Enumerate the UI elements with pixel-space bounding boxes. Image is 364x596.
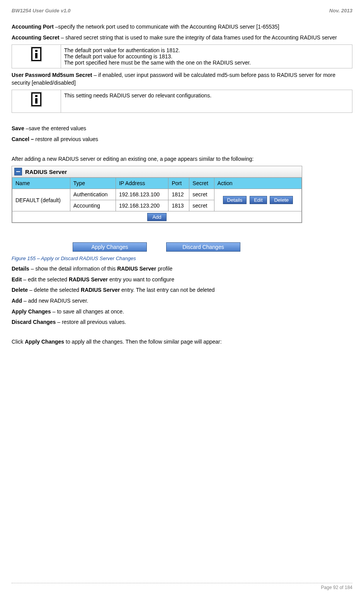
def-edit-bold2: RADIUS Server (69, 276, 108, 283)
closing-pre: Click (12, 339, 25, 345)
cancel-text: restore all previous values (34, 136, 99, 142)
figure-caption: Figure 155 – Apply or Discard RADIUS Ser… (12, 255, 352, 261)
note-icon-cell (12, 90, 61, 113)
radius-grid-header-row: Name Type IP Address Port Secret Action (12, 178, 302, 189)
col-secret: Secret (189, 178, 214, 189)
cell-secret: secret (189, 200, 214, 211)
cell-name: DEFAULT (default) (12, 189, 70, 211)
discard-changes-button[interactable]: Discard Changes (166, 242, 240, 252)
def-add-label: Add (12, 298, 22, 304)
delete-button[interactable]: Delete (270, 196, 293, 204)
accounting-secret-label: Accounting Secret (12, 34, 60, 41)
after-adding-text: After adding a new RADIUS server or edit… (12, 155, 352, 163)
radius-server-panel: RADIUS Server Name Type IP Address Port … (12, 166, 302, 223)
def-edit: Edit – edit the selected RADIUS Server e… (12, 276, 352, 284)
cell-ip: 192.168.123.100 (116, 189, 168, 200)
cell-ip: 192.168.123.200 (116, 200, 168, 211)
save-para: Save –save the entered values (12, 125, 352, 133)
col-type: Type (70, 178, 116, 189)
note1-line3: The port specified here must be the same… (64, 60, 349, 66)
def-details-text: – show the detail information of this (29, 266, 117, 272)
accounting-port-text: –specify the network port used to commun… (54, 24, 279, 30)
cell-type: Authentication (70, 189, 116, 200)
def-add-text: – add new RADIUS server. (22, 298, 88, 304)
radius-panel-header: RADIUS Server (12, 166, 302, 177)
footer-divider (12, 583, 352, 583)
def-apply-label: Apply Changes (12, 308, 51, 315)
info-icon (31, 92, 41, 106)
table-row: DEFAULT (default) Authentication 192.168… (12, 189, 302, 200)
add-cell: Add (12, 211, 302, 223)
note1-line2: The default port value for accounting is… (64, 53, 349, 60)
def-details-bold2: RADIUS Server (117, 266, 156, 272)
info-icon (31, 47, 41, 61)
apply-discard-row: Apply Changes Discard Changes (12, 242, 301, 252)
cell-type: Accounting (70, 200, 116, 211)
def-delete-bold2: RADIUS Server (81, 287, 120, 293)
def-discard-text: – restore all previous values. (56, 319, 126, 325)
details-button[interactable]: Details (223, 196, 247, 204)
note2-line1: This setting needs RADIUS server do rele… (64, 92, 349, 99)
def-delete-label: Delete (12, 287, 28, 293)
closing-para: Click Apply Changes to apply all the cha… (12, 338, 352, 346)
def-apply: Apply Changes – to save all changes at o… (12, 308, 352, 316)
def-edit-text2: entry you want to configure (108, 276, 174, 283)
def-discard-label: Discard Changes (12, 319, 56, 325)
def-delete-text2: entry. The last entry can not be deleted (120, 287, 214, 293)
col-action: Action (214, 178, 301, 189)
note-text-cell: The default port value for authenticatio… (61, 45, 352, 68)
radius-grid: Name Type IP Address Port Secret Action … (12, 177, 302, 223)
def-discard: Discard Changes – restore all previous v… (12, 318, 352, 326)
header-left: BW1254 User Guide v1.0 (12, 8, 70, 14)
page-header: BW1254 User Guide v1.0 Nov. 2013 (12, 8, 352, 14)
cancel-label: Cancel – (12, 136, 34, 142)
def-edit-label: Edit (12, 276, 22, 283)
save-label: Save (12, 125, 24, 131)
accounting-port-para: Accounting Port –specify the network por… (12, 23, 352, 31)
cell-port: 1812 (168, 189, 189, 200)
note-table-md5: This setting needs RADIUS server do rele… (12, 90, 352, 113)
def-details-text2: profile (156, 266, 172, 272)
add-button[interactable]: Add (147, 213, 166, 221)
closing-bold: Apply Changes (25, 339, 64, 345)
accounting-secret-text: – shared secret string that is used to m… (60, 34, 337, 41)
def-edit-text: – edit the selected (22, 276, 68, 283)
def-delete: Delete – delete the selected RADIUS Serv… (12, 286, 352, 294)
accounting-port-label: Accounting Port (12, 24, 54, 30)
md5-para: User Password Md5sum Secret – if enabled… (12, 72, 352, 87)
collapse-icon[interactable] (14, 168, 22, 175)
col-port: Port (168, 178, 189, 189)
apply-changes-button[interactable]: Apply Changes (73, 242, 147, 252)
note1-line1: The default port value for authenticatio… (64, 47, 349, 53)
note-icon-cell (12, 45, 61, 68)
accounting-secret-para: Accounting Secret – shared secret string… (12, 34, 352, 42)
header-right: Nov. 2013 (329, 8, 352, 14)
note-table-ports: The default port value for authenticatio… (12, 44, 352, 68)
spacer (64, 99, 349, 110)
note-text-cell: This setting needs RADIUS server do rele… (61, 90, 352, 113)
add-row: Add (12, 211, 302, 223)
cancel-para: Cancel – restore all previous values (12, 136, 352, 143)
def-apply-text: – to save all changes at once. (51, 308, 124, 315)
def-delete-text: – delete the selected (28, 287, 81, 293)
def-details: Details – show the detail information of… (12, 265, 352, 273)
md5-label: User Password Md5sum Secret (12, 72, 92, 78)
footer-page-number: Page 92 of 184 (12, 585, 352, 590)
cell-secret: secret (189, 189, 214, 200)
col-name: Name (12, 178, 70, 189)
radius-panel-title: RADIUS Server (25, 169, 67, 175)
cell-port: 1813 (168, 200, 189, 211)
edit-button[interactable]: Edit (250, 196, 267, 204)
cell-actions: Details Edit Delete (214, 189, 301, 211)
col-ip: IP Address (116, 178, 168, 189)
page-footer: Page 92 of 184 (12, 583, 352, 590)
closing-post: to apply all the changes. Then the follo… (64, 339, 222, 345)
save-text: –save the entered values (24, 125, 86, 131)
def-details-label: Details (12, 266, 29, 272)
def-add: Add – add new RADIUS server. (12, 297, 352, 305)
